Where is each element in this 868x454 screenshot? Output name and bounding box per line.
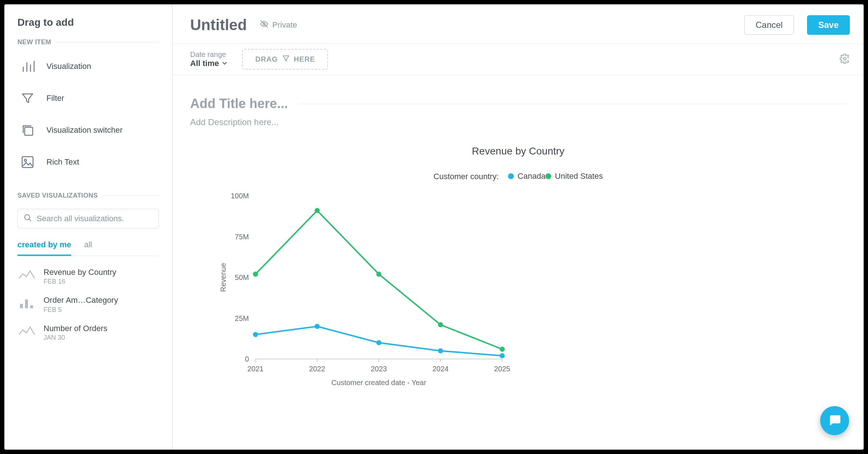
new-item-label: Visualization switcher xyxy=(46,125,123,135)
rich-text-icon xyxy=(19,153,36,171)
search-input-wrap[interactable] xyxy=(17,209,159,228)
svg-text:0: 0 xyxy=(245,355,249,363)
saved-viz-item[interactable]: Order Am…Category FEB 5 xyxy=(17,290,159,318)
saved-viz-tabs: created by me all xyxy=(17,236,159,256)
svg-text:50M: 50M xyxy=(235,273,249,281)
saved-viz-date: FEB 16 xyxy=(44,278,116,285)
new-item-filter[interactable]: Filter xyxy=(17,82,159,114)
new-item-label: Filter xyxy=(46,94,64,103)
svg-text:Customer created date - Year: Customer created date - Year xyxy=(331,379,426,387)
legend-entry[interactable]: Canada xyxy=(508,172,545,181)
saved-viz-date: JAN 30 xyxy=(44,334,107,342)
filter-bar: Date range All time DRAG HERE xyxy=(173,44,864,75)
bar-chart-small-icon xyxy=(17,296,36,310)
legend-dot xyxy=(545,173,551,179)
svg-rect-10 xyxy=(25,300,28,308)
legend-label: Customer country: xyxy=(434,172,499,181)
drag-label-right: HERE xyxy=(294,55,315,63)
saved-viz-name: Number of Orders xyxy=(44,324,107,333)
daterange-value: All time xyxy=(190,59,219,68)
saved-viz-date: FEB 5 xyxy=(44,306,118,314)
svg-point-40 xyxy=(376,272,381,277)
svg-point-38 xyxy=(253,272,258,277)
svg-text:2023: 2023 xyxy=(371,365,387,373)
svg-point-35 xyxy=(376,340,381,345)
line-chart-icon xyxy=(17,268,36,282)
svg-point-34 xyxy=(315,324,320,329)
tab-created-by-me[interactable]: created by me xyxy=(17,236,71,256)
chat-fab[interactable] xyxy=(820,406,849,435)
funnel-icon xyxy=(19,90,36,107)
sidebar-title: Drag to add xyxy=(17,17,159,28)
svg-point-41 xyxy=(438,322,443,327)
settings-button[interactable] xyxy=(840,54,850,65)
document-title[interactable]: Untitled xyxy=(190,16,247,34)
chat-icon xyxy=(828,413,842,428)
chart-title: Revenue by Country xyxy=(190,145,846,157)
app-window: Drag to add NEW ITEM Visualization xyxy=(0,0,868,454)
svg-point-6 xyxy=(24,159,26,161)
svg-text:100M: 100M xyxy=(231,192,249,200)
svg-text:25M: 25M xyxy=(235,314,249,322)
chart-widget[interactable]: Revenue by Country Customer country: Can… xyxy=(190,145,846,393)
svg-rect-9 xyxy=(20,304,23,308)
svg-text:2021: 2021 xyxy=(247,365,264,373)
saved-viz-item[interactable]: Revenue by Country FEB 16 xyxy=(17,263,159,290)
new-item-list: Visualization Filter Visualization switc… xyxy=(17,50,159,178)
svg-text:Revenue: Revenue xyxy=(219,263,227,292)
legend-entry[interactable]: United States xyxy=(545,172,603,181)
svg-rect-11 xyxy=(30,305,33,308)
chevron-down-icon xyxy=(222,59,228,68)
cancel-button[interactable]: Cancel xyxy=(744,15,794,35)
svg-point-36 xyxy=(438,348,443,354)
svg-point-14 xyxy=(844,57,846,60)
saved-viz-item[interactable]: Number of Orders JAN 30 xyxy=(17,319,159,347)
saved-viz-name: Revenue by Country xyxy=(44,268,116,277)
chart-legend: Customer country: CanadaUnited States xyxy=(190,172,846,181)
funnel-small-icon xyxy=(282,55,290,64)
daterange-selector[interactable]: Date range All time xyxy=(190,50,228,68)
legend-dot xyxy=(508,173,514,179)
svg-point-42 xyxy=(500,347,505,352)
svg-text:2022: 2022 xyxy=(309,365,326,373)
privacy-label: Private xyxy=(272,20,297,30)
svg-line-8 xyxy=(29,219,31,221)
chart-plot: 025M50M75M100M20212022202320242025Custom… xyxy=(216,189,513,392)
saved-viz-name: Order Am…Category xyxy=(44,296,118,305)
privacy-toggle[interactable]: Private xyxy=(260,20,297,30)
eye-off-icon xyxy=(260,20,269,30)
bar-chart-icon xyxy=(19,58,36,75)
filter-drop-zone[interactable]: DRAG HERE xyxy=(242,49,328,70)
new-item-label: Rich Text xyxy=(46,157,79,167)
main-area: Untitled Private Cancel Save Date range … xyxy=(173,4,864,450)
svg-rect-4 xyxy=(25,127,33,135)
description-placeholder[interactable]: Add Description here... xyxy=(190,117,846,127)
title-placeholder[interactable]: Add Title here... xyxy=(190,96,846,111)
new-item-visualization[interactable]: Visualization xyxy=(17,50,159,82)
new-item-label: Visualization xyxy=(46,62,91,71)
drag-label-left: DRAG xyxy=(255,55,278,63)
new-item-rich-text[interactable]: Rich Text xyxy=(17,146,159,178)
daterange-label: Date range xyxy=(190,50,228,59)
new-item-viz-switcher[interactable]: Visualization switcher xyxy=(17,114,159,146)
canvas: Add Title here... Add Description here..… xyxy=(173,75,864,450)
saved-viz-list: Revenue by Country FEB 16 Order Am…Categ… xyxy=(17,263,159,347)
line-chart-icon xyxy=(17,324,36,338)
search-input[interactable] xyxy=(37,214,153,223)
svg-text:2025: 2025 xyxy=(494,365,511,373)
save-button[interactable]: Save xyxy=(807,15,850,35)
topbar: Untitled Private Cancel Save xyxy=(173,4,864,44)
gear-icon xyxy=(840,59,850,65)
legend-series-name: United States xyxy=(555,172,603,181)
search-icon xyxy=(24,214,32,224)
svg-rect-5 xyxy=(22,157,33,168)
tab-all[interactable]: all xyxy=(84,236,92,256)
svg-point-37 xyxy=(500,353,505,358)
new-item-section-label: NEW ITEM xyxy=(17,38,159,46)
sidebar: Drag to add NEW ITEM Visualization xyxy=(4,4,173,450)
saved-viz-section-label: SAVED VISUALIZATIONS xyxy=(17,192,159,199)
svg-point-39 xyxy=(315,208,320,213)
stack-icon xyxy=(19,121,36,139)
svg-point-33 xyxy=(253,332,258,337)
legend-series-name: Canada xyxy=(517,172,545,181)
